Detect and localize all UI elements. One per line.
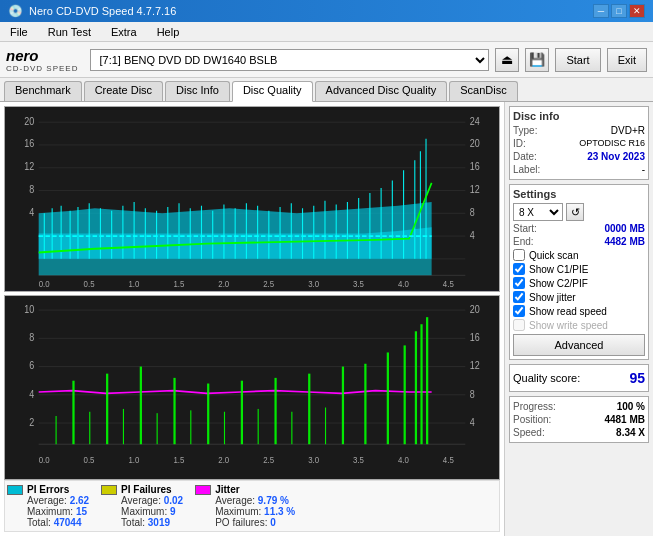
exit-button[interactable]: Exit <box>607 48 647 72</box>
show-jitter-row: Show jitter <box>513 290 645 304</box>
tab-scan-disc[interactable]: ScanDisc <box>449 81 517 101</box>
legend-jitter-avg: Average: 9.79 % <box>215 495 295 506</box>
end-row: End: 4482 MB <box>513 235 645 248</box>
disc-info-section: Disc info Type: DVD+R ID: OPTODISC R16 D… <box>509 106 649 180</box>
svg-text:4: 4 <box>29 206 35 218</box>
svg-rect-99 <box>140 366 142 444</box>
legend-area: PI Errors Average: 2.62 Maximum: 15 Tota… <box>4 480 500 532</box>
svg-text:0.5: 0.5 <box>84 453 95 464</box>
settings-section: Settings 8 X Max 1 X 2 X 4 X 16 X ↺ Star… <box>509 184 649 360</box>
quick-scan-label: Quick scan <box>529 250 578 261</box>
menu-extra[interactable]: Extra <box>105 25 143 39</box>
show-jitter-label: Show jitter <box>529 292 576 303</box>
tab-advanced-disc-quality[interactable]: Advanced Disc Quality <box>315 81 448 101</box>
show-c2pif-checkbox[interactable] <box>513 277 525 289</box>
svg-rect-110 <box>420 324 422 444</box>
start-label: Start: <box>513 223 537 234</box>
svg-rect-104 <box>308 373 310 444</box>
tab-create-disc[interactable]: Create Disc <box>84 81 163 101</box>
show-write-speed-row: Show write speed <box>513 318 645 332</box>
disc-label-value: - <box>642 164 645 175</box>
disc-type-row: Type: DVD+R <box>513 124 645 137</box>
disc-id-row: ID: OPTODISC R16 <box>513 137 645 150</box>
show-jitter-checkbox[interactable] <box>513 291 525 303</box>
legend-pi-failures-max: Maximum: 9 <box>121 506 183 517</box>
show-c2pif-label: Show C2/PIF <box>529 278 588 289</box>
close-button[interactable]: ✕ <box>629 4 645 18</box>
start-row: Start: 0000 MB <box>513 222 645 235</box>
svg-rect-109 <box>415 331 417 444</box>
end-label: End: <box>513 236 534 247</box>
maximize-button[interactable]: □ <box>611 4 627 18</box>
svg-rect-120 <box>325 407 326 444</box>
show-c1pie-checkbox[interactable] <box>513 263 525 275</box>
legend-pi-failures-avg: Average: 0.02 <box>121 495 183 506</box>
svg-rect-112 <box>56 415 57 443</box>
svg-text:1.0: 1.0 <box>129 278 140 289</box>
svg-text:16: 16 <box>470 331 480 343</box>
legend-pi-errors-color <box>7 485 23 495</box>
main-content: 20 16 12 8 4 24 20 16 12 8 4 0.0 0.5 1.0… <box>0 102 653 536</box>
legend-jitter-max: Maximum: 11.3 % <box>215 506 295 517</box>
show-c1pie-row: Show C1/PIE <box>513 262 645 276</box>
drive-select[interactable]: [7:1] BENQ DVD DD DW1640 BSLB <box>90 49 489 71</box>
svg-rect-108 <box>404 345 406 444</box>
show-c2pif-row: Show C2/PIF <box>513 276 645 290</box>
nero-logo: nero CD-DVD SPEED <box>6 47 78 73</box>
svg-text:20: 20 <box>470 138 480 150</box>
svg-text:20: 20 <box>470 302 480 314</box>
position-value: 4481 MB <box>604 414 645 425</box>
advanced-button[interactable]: Advanced <box>513 334 645 356</box>
svg-rect-114 <box>123 408 124 443</box>
svg-text:8: 8 <box>29 184 34 196</box>
legend-jitter-po: PO failures: 0 <box>215 517 295 528</box>
tab-disc-quality[interactable]: Disc Quality <box>232 81 313 102</box>
bottom-chart: 10 8 6 4 2 20 16 12 8 4 0.0 0.5 1.0 1.5 … <box>4 295 500 481</box>
svg-rect-98 <box>106 373 108 444</box>
progress-section: Progress: 100 % Position: 4481 MB Speed:… <box>509 396 649 443</box>
svg-text:2.0: 2.0 <box>218 453 229 464</box>
quality-score-section: Quality score: 95 <box>509 364 649 392</box>
svg-text:4: 4 <box>470 229 476 241</box>
svg-text:20: 20 <box>24 115 34 127</box>
tab-benchmark[interactable]: Benchmark <box>4 81 82 101</box>
menu-run-test[interactable]: Run Test <box>42 25 97 39</box>
save-icon[interactable]: 💾 <box>525 48 549 72</box>
show-read-speed-checkbox[interactable] <box>513 305 525 317</box>
legend-pi-errors: PI Errors Average: 2.62 Maximum: 15 Tota… <box>7 484 89 528</box>
svg-text:10: 10 <box>24 302 34 314</box>
show-c1pie-label: Show C1/PIE <box>529 264 588 275</box>
menu-file[interactable]: File <box>4 25 34 39</box>
disc-type-value: DVD+R <box>611 125 645 136</box>
legend-pi-errors-total: Total: 47044 <box>27 517 89 528</box>
svg-rect-119 <box>291 411 292 443</box>
svg-text:3.0: 3.0 <box>308 278 319 289</box>
menu-bar: File Run Test Extra Help <box>0 22 653 42</box>
quality-score-value: 95 <box>629 370 645 386</box>
refresh-button[interactable]: ↺ <box>566 203 584 221</box>
svg-text:1.5: 1.5 <box>173 453 184 464</box>
minimize-button[interactable]: ─ <box>593 4 609 18</box>
legend-jitter-color <box>195 485 211 495</box>
svg-text:4.5: 4.5 <box>443 278 454 289</box>
svg-text:2.0: 2.0 <box>218 278 229 289</box>
tab-disc-info[interactable]: Disc Info <box>165 81 230 101</box>
quick-scan-checkbox[interactable] <box>513 249 525 261</box>
svg-rect-116 <box>190 410 191 444</box>
svg-text:1.5: 1.5 <box>173 278 184 289</box>
svg-rect-105 <box>342 366 344 444</box>
progress-label: Progress: <box>513 401 556 412</box>
eject-icon[interactable]: ⏏ <box>495 48 519 72</box>
svg-text:3.0: 3.0 <box>308 453 319 464</box>
quality-score-label: Quality score: <box>513 372 580 384</box>
svg-text:4.0: 4.0 <box>398 278 409 289</box>
legend-pi-errors-avg: Average: 2.62 <box>27 495 89 506</box>
speed-select[interactable]: 8 X Max 1 X 2 X 4 X 16 X <box>513 203 563 221</box>
disc-type-label: Type: <box>513 125 537 136</box>
top-chart: 20 16 12 8 4 24 20 16 12 8 4 0.0 0.5 1.0… <box>4 106 500 292</box>
menu-help[interactable]: Help <box>151 25 186 39</box>
svg-text:0.0: 0.0 <box>39 453 50 464</box>
start-button[interactable]: Start <box>555 48 600 72</box>
title-bar: 💿 Nero CD-DVD Speed 4.7.7.16 ─ □ ✕ <box>0 0 653 22</box>
svg-rect-115 <box>157 413 158 444</box>
